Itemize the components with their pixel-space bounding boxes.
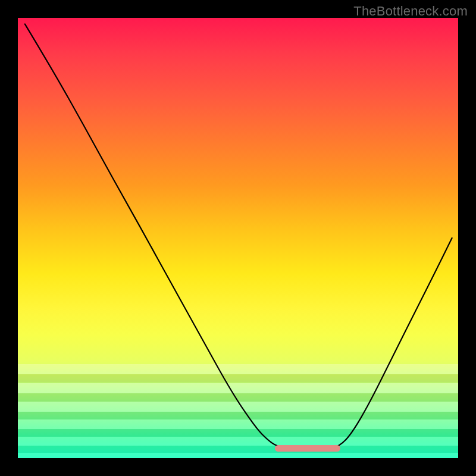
watermark-text: TheBottleneck.com: [353, 4, 468, 19]
chart-svg: [18, 18, 458, 458]
valley-highlight-pill: [275, 445, 340, 452]
bottleneck-curve: [25, 24, 452, 450]
stage: TheBottleneck.com: [0, 0, 476, 476]
plot-area: [18, 18, 458, 458]
